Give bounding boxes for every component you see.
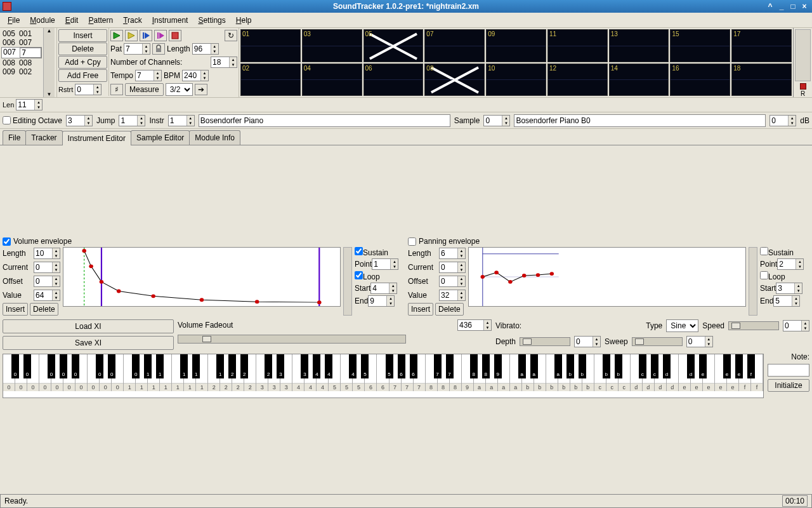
menu-edit[interactable]: Edit xyxy=(60,15,84,26)
white-key[interactable]: 2 xyxy=(220,354,232,391)
white-key[interactable]: a xyxy=(474,354,486,391)
white-key[interactable]: b xyxy=(582,354,594,391)
menu-help[interactable]: Help xyxy=(231,15,257,26)
measure-button[interactable]: Measure xyxy=(125,83,164,96)
vol-sustain-point-spinner[interactable]: ▲▼ xyxy=(372,258,398,270)
play-pattern-icon[interactable] xyxy=(125,30,138,41)
vol-length-spinner[interactable]: ▲▼ xyxy=(34,248,60,259)
scope-17[interactable]: 17 xyxy=(731,29,792,62)
length-spinner[interactable]: ▲▼ xyxy=(192,43,219,55)
white-key[interactable]: 5 xyxy=(353,354,365,391)
white-key[interactable]: 3 xyxy=(280,354,292,391)
white-key[interactable]: 0 xyxy=(100,354,112,391)
vol-sustain-check[interactable] xyxy=(355,247,363,255)
menu-settings[interactable]: Settings xyxy=(193,15,230,26)
white-key[interactable]: a xyxy=(510,354,522,391)
order-row[interactable]: 005001 xyxy=(1,29,42,38)
vol-value-spinner[interactable]: ▲▼ xyxy=(34,290,60,301)
white-key[interactable]: 5 xyxy=(329,354,341,391)
white-key[interactable]: 3 xyxy=(256,354,268,391)
white-key[interactable]: d xyxy=(655,354,667,391)
scope-04[interactable]: 04 xyxy=(302,64,362,97)
maximize-icon[interactable]: □ xyxy=(788,2,798,11)
white-key[interactable]: 7 xyxy=(402,354,414,391)
vibrato-type-select[interactable]: Sine xyxy=(666,319,698,332)
white-key[interactable]: 1 xyxy=(172,354,184,391)
scope-18[interactable]: 18 xyxy=(731,64,792,97)
vol-loop-end-spinner[interactable]: ▲▼ xyxy=(368,295,395,307)
pan-insert-button[interactable]: Insert xyxy=(408,303,433,316)
white-key[interactable]: 8 xyxy=(450,354,462,391)
white-key[interactable]: 7 xyxy=(390,354,402,391)
scope-03[interactable]: 03 xyxy=(302,29,362,62)
pan-scroll[interactable] xyxy=(749,247,757,316)
white-key[interactable]: 4 xyxy=(304,354,317,391)
scroll-up-icon[interactable]: ▲ xyxy=(47,28,52,34)
white-key[interactable]: b xyxy=(534,354,546,391)
sharp-icon[interactable]: ♯ xyxy=(110,84,123,95)
fadeout-spinner[interactable]: ▲▼ xyxy=(457,319,492,331)
white-key[interactable]: 6 xyxy=(365,354,377,391)
white-key[interactable]: 1 xyxy=(160,354,172,391)
vol-offset-spinner[interactable]: ▲▼ xyxy=(34,276,60,287)
instrument-name-field[interactable] xyxy=(199,114,450,127)
load-xi-button[interactable]: Load XI xyxy=(3,319,174,333)
minimize-icon[interactable]: _ xyxy=(776,2,787,11)
measure-select[interactable]: 3/2 xyxy=(166,83,193,96)
pat-spinner[interactable]: ▲▼ xyxy=(124,43,150,55)
keyboard[interactable]: 000000000011111112222333444555667778889a… xyxy=(3,354,764,398)
order-scrollbar[interactable]: ▲ ▼ xyxy=(43,28,55,97)
white-key[interactable]: d xyxy=(643,354,655,391)
pan-sustain-check[interactable] xyxy=(760,247,768,255)
scope-05[interactable]: 05 xyxy=(363,29,424,62)
bpm-spinner[interactable]: ▲▼ xyxy=(182,70,209,81)
pan-delete-button[interactable]: Delete xyxy=(435,303,464,316)
vol-loop-check[interactable] xyxy=(355,271,363,279)
white-key[interactable]: 2 xyxy=(208,354,220,391)
pan-env-graph[interactable] xyxy=(468,247,746,307)
lock-icon[interactable] xyxy=(152,43,165,55)
white-key[interactable]: 1 xyxy=(124,354,136,391)
depth-slider[interactable] xyxy=(520,337,570,346)
vol-current-spinner[interactable]: ▲▼ xyxy=(34,262,60,273)
scope-16[interactable]: 16 xyxy=(670,64,730,97)
white-key[interactable]: 5 xyxy=(341,354,353,391)
scope-13[interactable]: 13 xyxy=(609,29,669,62)
menu-instrument[interactable]: Instrument xyxy=(147,15,193,26)
scope-01[interactable]: 01 xyxy=(240,29,301,62)
white-key[interactable]: e xyxy=(727,354,739,391)
record-icon[interactable] xyxy=(800,83,806,90)
sample-spinner[interactable]: ▲▼ xyxy=(483,115,510,126)
refresh-icon[interactable]: ↻ xyxy=(225,30,237,41)
save-xi-button[interactable]: Save XI xyxy=(3,336,174,350)
white-key[interactable]: 1 xyxy=(196,354,208,391)
pan-value-spinner[interactable]: ▲▼ xyxy=(439,290,466,301)
play-song-icon[interactable] xyxy=(110,30,123,41)
fadeout-slider[interactable] xyxy=(178,335,406,344)
white-key[interactable]: 1 xyxy=(148,354,160,391)
white-key[interactable]: 6 xyxy=(377,354,389,391)
white-key[interactable]: 0 xyxy=(15,354,27,391)
white-key[interactable]: a xyxy=(498,354,510,391)
vol-delete-button[interactable]: Delete xyxy=(30,303,58,316)
tab-instrument-editor[interactable]: Instrument Editor xyxy=(62,131,131,145)
tempo-spinner[interactable]: ▲▼ xyxy=(135,70,162,81)
sweep-spinner[interactable]: ▲▼ xyxy=(686,336,713,347)
speed-spinner[interactable]: ▲▼ xyxy=(783,320,809,331)
white-key[interactable]: e xyxy=(715,354,727,391)
order-pat-input[interactable] xyxy=(20,48,41,58)
vol-scroll[interactable] xyxy=(343,247,352,316)
scope-10[interactable]: 10 xyxy=(486,64,546,97)
white-key[interactable]: e xyxy=(679,354,691,391)
pan-loop-start-spinner[interactable]: ▲▼ xyxy=(776,283,802,294)
scope-11[interactable]: 11 xyxy=(547,29,608,62)
play-cursor-icon[interactable] xyxy=(140,30,152,41)
speed-slider[interactable] xyxy=(728,321,779,330)
white-key[interactable]: c xyxy=(594,354,606,391)
vol-env-check[interactable] xyxy=(3,237,11,246)
order-row-selected[interactable]: 007▲▼ xyxy=(1,47,42,58)
vol-loop-start-spinner[interactable]: ▲▼ xyxy=(370,283,397,294)
menu-track[interactable]: Track xyxy=(118,15,147,26)
menu-module[interactable]: Module xyxy=(25,15,60,26)
white-key[interactable]: b xyxy=(546,354,558,391)
